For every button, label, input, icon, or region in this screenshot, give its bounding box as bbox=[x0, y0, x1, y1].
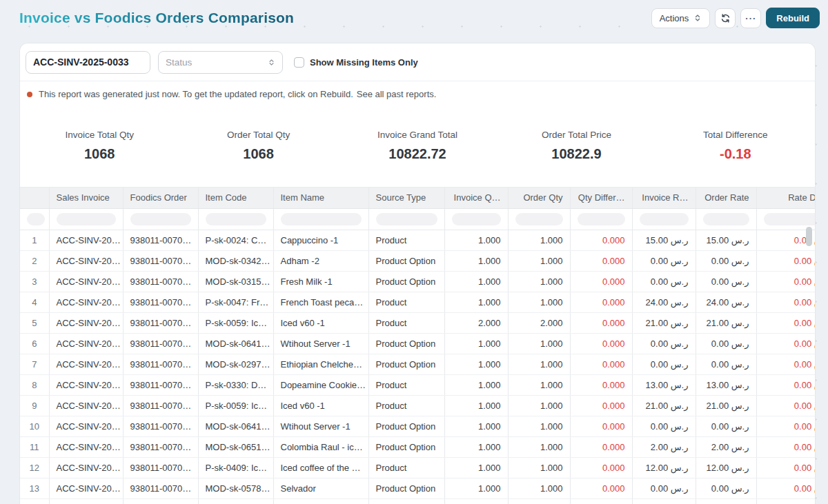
table-cell: Product bbox=[368, 312, 444, 333]
table-cell: 21.00 ر.س bbox=[696, 312, 756, 333]
table-cell bbox=[49, 498, 123, 504]
column-header[interactable]: Order Rate bbox=[696, 188, 756, 208]
table-cell: 13 bbox=[20, 478, 49, 498]
table-row[interactable]: 11ACC-SINV-20…938011-0070…MOD-sk-0651…Co… bbox=[20, 436, 815, 457]
table-cell: 0.00 ر.س bbox=[632, 333, 696, 354]
menu-ellipsis-button[interactable]: ··· bbox=[740, 8, 761, 28]
table-cell: 0.000 bbox=[570, 416, 632, 436]
table-cell: 15.00 ر.س bbox=[632, 230, 696, 250]
alert-text: This report was generated just now. To g… bbox=[39, 89, 353, 99]
refresh-button[interactable] bbox=[715, 8, 736, 28]
column-filter-input[interactable] bbox=[281, 213, 362, 225]
table-cell: ACC-SINV-20… bbox=[49, 457, 123, 478]
table-row[interactable]: 2ACC-SINV-20…938011-0070…MOD-sk-0342…Adh… bbox=[20, 250, 815, 271]
column-header[interactable]: Order Qty bbox=[508, 188, 570, 208]
table-cell: 12.00 ر.س bbox=[696, 457, 756, 478]
table-cell: 1.000 bbox=[508, 478, 570, 498]
column-filter-input[interactable] bbox=[206, 213, 266, 225]
column-filter-input[interactable] bbox=[452, 213, 501, 225]
stat-value: 10822.72 bbox=[338, 146, 497, 162]
vertical-scrollbar-thumb[interactable] bbox=[806, 227, 812, 246]
table-row[interactable]: 10ACC-SINV-20…938011-0070…MOD-sk-0641…Wt… bbox=[20, 416, 815, 436]
table-cell: ACC-SINV-20… bbox=[49, 436, 123, 457]
column-header[interactable]: Item Name bbox=[273, 188, 368, 208]
past-reports-link[interactable]: See all past reports. bbox=[357, 89, 437, 99]
table-cell: 0.00 ر.س bbox=[756, 312, 815, 333]
column-header[interactable]: Sales Invoice bbox=[49, 188, 123, 208]
table-cell: ACC-SINV-20… bbox=[49, 230, 123, 250]
table-cell: Iced coffee of the … bbox=[273, 457, 368, 478]
table-cell: 0.000 bbox=[570, 436, 632, 457]
column-filter-input[interactable] bbox=[57, 213, 116, 225]
table-cell: 0.00 ر.س bbox=[696, 416, 756, 436]
column-header[interactable]: Rate Diff… bbox=[756, 188, 815, 208]
table-cell: 0.00 ر.س bbox=[696, 333, 756, 354]
table-row[interactable]: 3ACC-SINV-20…938011-0070…MOD-sk-0315…Fre… bbox=[20, 271, 815, 292]
table-cell: 938011-0070… bbox=[123, 436, 198, 457]
table-cell: 1.000 bbox=[508, 436, 570, 457]
column-filter-input[interactable] bbox=[27, 213, 45, 225]
table-cell: 1.000 bbox=[444, 333, 508, 354]
table-cell: 0.00 ر.س bbox=[756, 354, 815, 374]
table-cell: 1.000 bbox=[444, 250, 508, 271]
stat-label: Invoice Grand Total bbox=[338, 130, 497, 140]
stat-label: Order Total Price bbox=[497, 130, 656, 140]
stat-order-total-qty: Order Total Qty 1068 bbox=[179, 130, 337, 162]
column-filter-input[interactable] bbox=[764, 213, 816, 225]
table-cell: Colombia Raul - ic… bbox=[273, 436, 368, 457]
table-cell: ACC-SINV-20… bbox=[49, 374, 123, 395]
table-cell: 21.00 ر.س bbox=[632, 395, 696, 416]
table-row[interactable]: 4ACC-SINV-20…938011-0070…P-sk-0047: Fr…F… bbox=[20, 292, 815, 312]
table-cell: MOD-sk-0342… bbox=[198, 250, 273, 271]
table-cell: Fresh Milk -1 bbox=[273, 271, 368, 292]
table-row[interactable]: 5ACC-SINV-20…938011-0070…P-sk-0059: Ic…I… bbox=[20, 312, 815, 333]
table-cell: 0.000 bbox=[570, 230, 632, 250]
table-cell: 0.00 ر.س bbox=[756, 457, 815, 478]
table-cell: 938011-0070… bbox=[123, 333, 198, 354]
actions-dropdown-button[interactable]: Actions bbox=[651, 8, 711, 28]
table-cell: Cappuccino -1 bbox=[273, 230, 368, 250]
report-card: Status Show Missing Items Only This repo… bbox=[19, 43, 816, 504]
table-row[interactable]: 13ACC-SINV-20…938011-0070…MOD-sk-0578…Se… bbox=[20, 478, 815, 498]
table-cell bbox=[632, 498, 696, 504]
table-cell: 2 bbox=[20, 250, 49, 271]
table-cell: Product bbox=[368, 292, 444, 312]
column-filter-input[interactable] bbox=[578, 213, 625, 225]
table-cell: 1.000 bbox=[508, 292, 570, 312]
table-cell bbox=[756, 498, 815, 504]
column-header[interactable]: Invoice R… bbox=[632, 188, 696, 208]
column-filter-input[interactable] bbox=[640, 213, 689, 225]
table-row[interactable]: 7ACC-SINV-20…938011-0070…MOD-sk-0297…Eth… bbox=[20, 354, 815, 374]
table-cell: MOD-sk-0651… bbox=[198, 436, 273, 457]
table-cell: 5 bbox=[20, 312, 49, 333]
table-row[interactable]: 1ACC-SINV-20…938011-0070…P-sk-0024: C…Ca… bbox=[20, 230, 815, 250]
table-cell: 9 bbox=[20, 395, 49, 416]
column-header[interactable] bbox=[20, 188, 49, 208]
table-row[interactable]: 8ACC-SINV-20…938011-0070…P-sk-0330: D…Do… bbox=[20, 374, 815, 395]
table-cell: 1.000 bbox=[444, 478, 508, 498]
column-header[interactable]: Qty Differ… bbox=[570, 188, 632, 208]
sales-invoice-filter-input[interactable] bbox=[26, 51, 150, 74]
column-filter-input[interactable] bbox=[130, 213, 191, 225]
show-missing-items-checkbox[interactable] bbox=[294, 57, 304, 68]
column-header[interactable]: Item Code bbox=[198, 188, 273, 208]
table-cell: 21.00 ر.س bbox=[696, 395, 756, 416]
rebuild-button[interactable]: Rebuild bbox=[766, 8, 820, 28]
column-header[interactable]: Foodics Order bbox=[123, 188, 198, 208]
table-cell: 938011-0070… bbox=[123, 374, 198, 395]
column-filter-input[interactable] bbox=[515, 213, 563, 225]
show-missing-items-label: Show Missing Items Only bbox=[310, 57, 418, 68]
status-filter-select[interactable]: Status bbox=[158, 51, 283, 74]
column-header[interactable]: Invoice Q… bbox=[444, 188, 508, 208]
table-cell: 938011-0070… bbox=[123, 312, 198, 333]
column-filter-input[interactable] bbox=[376, 213, 437, 225]
column-header[interactable]: Source Type bbox=[368, 188, 444, 208]
rebuild-button-label: Rebuild bbox=[776, 13, 809, 23]
table-cell: MOD-sk-0641… bbox=[198, 333, 273, 354]
comparison-table-wrap: Sales InvoiceFoodics OrderItem CodeItem … bbox=[20, 187, 815, 504]
table-row[interactable]: 6ACC-SINV-20…938011-0070…MOD-sk-0641…Wti… bbox=[20, 333, 815, 354]
table-row[interactable]: 12ACC-SINV-20…938011-0070…P-sk-0409: Ic…… bbox=[20, 457, 815, 478]
table-row[interactable]: 9ACC-SINV-20…938011-0070…P-sk-0059: Ic…I… bbox=[20, 395, 815, 416]
column-filter-input[interactable] bbox=[703, 213, 749, 225]
table-cell: Selvador bbox=[273, 478, 368, 498]
